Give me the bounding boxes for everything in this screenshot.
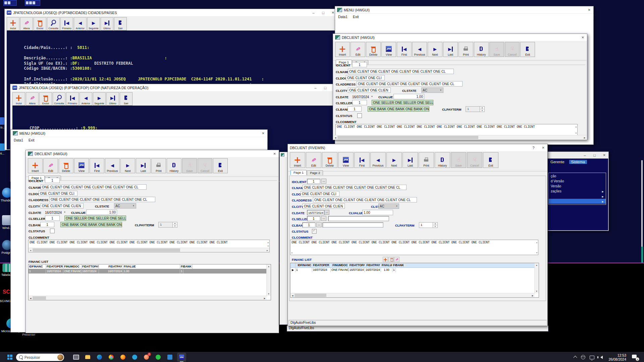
financ-header-cell[interactable]: FIDATTOPAY	[349, 263, 365, 267]
toolbar-button[interactable]: Edit	[306, 152, 321, 168]
chrome-icon[interactable]	[107, 353, 116, 362]
toolbar-button[interactable]: Cancel	[467, 152, 482, 168]
dropdown-menu-item[interactable]	[549, 194, 606, 199]
clvalue-input[interactable]: 1.00	[86, 209, 117, 215]
chevron-down-icon[interactable]: ▼	[371, 96, 373, 98]
scroll-up-icon[interactable]: ▲	[267, 264, 271, 268]
toolbar-button[interactable]: Cancel	[198, 158, 212, 173]
idclient-input[interactable]: 1	[352, 62, 367, 67]
toolbar-button[interactable]: View	[74, 158, 89, 173]
dropdown-menu-item[interactable]: d Versão	[549, 179, 606, 184]
claddress-input[interactable]: ONE CLIENT ONE CLIENT ONE CLIENT ONE CLI…	[357, 81, 463, 86]
toolbar-button[interactable]: Previous	[105, 158, 120, 173]
toolbar-button[interactable]: Consulta	[47, 17, 60, 31]
clseller-id-input[interactable]: 1	[352, 100, 367, 105]
horizontal-scrollbar[interactable]: ◀ ▶	[290, 293, 535, 297]
close-button[interactable]	[541, 144, 545, 151]
financ-cell[interactable]: 1	[296, 268, 312, 272]
search-box[interactable]: Pesquisar	[16, 354, 64, 361]
toolbar-button[interactable]: Exit	[520, 42, 535, 57]
toolbar-button[interactable]: Print	[459, 42, 473, 57]
clock[interactable]: 12:53 26/08/2024	[608, 353, 626, 361]
scroll-up-icon[interactable]: ▲	[267, 240, 269, 244]
toolbar-button[interactable]: Edit	[351, 42, 365, 57]
start-button[interactable]	[5, 353, 15, 362]
maximize-button[interactable]	[592, 152, 597, 159]
scroll-left-icon[interactable]: ◀	[333, 136, 337, 139]
horizontal-scrollbar[interactable]: ◀ ▶	[29, 248, 269, 252]
financ-header-cell[interactable]: FIVALUE	[123, 264, 180, 269]
jpa-app-icon[interactable]	[177, 353, 186, 362]
vscode-icon[interactable]	[165, 353, 174, 362]
titlebar[interactable]: DBCLIENT (FIVEWIN) ?	[288, 144, 547, 152]
idclient-input[interactable]: 1	[45, 178, 60, 183]
toolbar-button[interactable]: Primeiro	[66, 92, 79, 106]
cldoc-input[interactable]: ONE CLIENT ONE CLI	[346, 75, 385, 80]
telegram-icon[interactable]	[130, 353, 139, 362]
financ-cell[interactable]: 16/07/2024	[46, 269, 63, 274]
scroll-up-icon[interactable]: ▲	[536, 240, 537, 244]
financ-header-cell[interactable]: FIDATPAY	[99, 264, 123, 269]
financ-cell[interactable]: ONE FINANC	[63, 269, 82, 274]
spinner-up-icon[interactable]: ▲	[433, 223, 437, 225]
help-button[interactable]: ?	[531, 144, 536, 151]
scroll-left-icon[interactable]: ◀	[29, 248, 33, 252]
clvalue-input[interactable]: 1.00	[362, 210, 393, 215]
lookup-button[interactable]	[321, 179, 326, 184]
toolbar-button[interactable]: History	[435, 152, 450, 168]
toolbar-button[interactable]: Last	[402, 152, 418, 168]
scroll-down-icon[interactable]: ▼	[536, 251, 537, 254]
close-button[interactable]	[587, 7, 591, 13]
dropdown-menu-item[interactable]: zações	[549, 189, 606, 194]
toolbar-button[interactable]: Edit	[43, 158, 58, 173]
clseller-id-input[interactable]: 1	[307, 216, 320, 221]
delete-row-button[interactable]	[388, 257, 394, 262]
vertical-scrollbar[interactable]: ▲ ▼	[534, 263, 539, 293]
toolbar-button[interactable]: Sair	[114, 17, 127, 31]
financ-cell[interactable]: 1	[29, 269, 46, 274]
scroll-down-icon[interactable]: ▼	[535, 289, 539, 293]
clbank-id-input[interactable]: 1	[347, 106, 362, 112]
toolbar-button[interactable]: Print	[151, 158, 166, 173]
app-badge-icon[interactable]: 2	[142, 353, 151, 362]
horizontal-scrollbar[interactable]: ◀ ▶	[29, 296, 267, 300]
toolbar-button[interactable]: Altera	[20, 17, 33, 31]
toolbar-button[interactable]: Last	[443, 42, 458, 57]
clcity-input[interactable]: ONE CLIENT ONE CLIEN	[303, 203, 345, 209]
toolbar-button[interactable]: Delete	[59, 158, 73, 173]
toolbar-button[interactable]: Insert	[335, 42, 350, 57]
close-button[interactable]	[261, 130, 265, 137]
financ-cell[interactable]: 16/07/2024	[365, 268, 381, 272]
toolbar-button[interactable]: Save	[451, 152, 466, 168]
menu-item-sistema[interactable]: Sistema	[569, 160, 587, 164]
financ-header-cell[interactable]: FIVALUE	[381, 263, 392, 267]
financ-cell[interactable]: 1.00	[123, 269, 180, 274]
financ-header-cell[interactable]: FIDATTOPAY	[82, 264, 99, 269]
toolbar-button[interactable]: History	[167, 158, 181, 173]
toolbar-button[interactable]: Delete	[322, 152, 337, 168]
search-highlight-image[interactable]	[57, 354, 63, 360]
clbank-id-input[interactable]: 1	[40, 222, 54, 227]
maximize-button[interactable]	[321, 9, 325, 16]
toolbar-button[interactable]: First	[90, 158, 104, 173]
spinner-up-icon[interactable]: ▲	[173, 222, 177, 225]
toolbar-button[interactable]: View	[338, 152, 354, 168]
clpayterm-stepper[interactable]: 1 ▲▼	[466, 106, 485, 112]
minimize-button[interactable]	[313, 84, 318, 91]
titlebar[interactable]: DBCLIENT (HWGUI)	[333, 34, 587, 41]
toolbar-button[interactable]: Insert	[28, 158, 43, 173]
titlebar[interactable]: JPATECNOLOGIA (JOSEQ) (PJPTABCIDADE) CID…	[5, 9, 337, 16]
financ-cell[interactable]: 1	[180, 269, 183, 274]
toolbar-button[interactable]: Print	[419, 152, 434, 168]
financ-cell[interactable]: 16/07/2024	[349, 268, 365, 272]
financ-header-cell[interactable]: FIBANK	[180, 264, 193, 269]
scrollbar-thumb[interactable]	[33, 248, 180, 252]
clstatus-checkbox[interactable]	[312, 229, 317, 234]
toolbar-button[interactable]: Anterior	[74, 17, 87, 31]
toolbar-button[interactable]: Last	[136, 158, 151, 173]
toolbar-button[interactable]: Primeiro	[60, 17, 73, 31]
clvalue-input[interactable]: 1.00	[393, 94, 424, 99]
scroll-right-icon[interactable]: ▶	[583, 136, 587, 139]
toolbar-button[interactable]: Altera	[26, 92, 39, 106]
clstatus-checkbox[interactable]	[50, 229, 55, 233]
